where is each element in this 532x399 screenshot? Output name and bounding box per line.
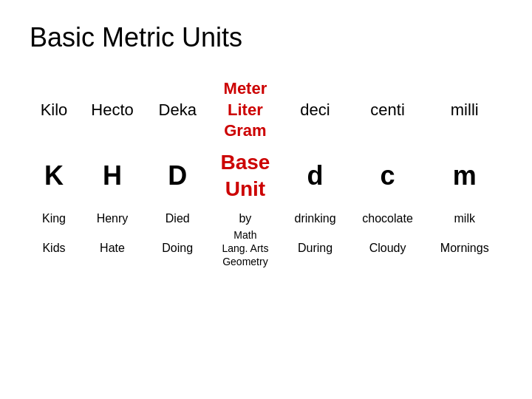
page: Basic Metric Units Kilo Hecto Deka Meter…	[0, 0, 532, 399]
base-liter: Liter	[214, 100, 276, 121]
memory2-cloudy: Cloudy	[349, 227, 427, 272]
base-gram: Gram	[214, 120, 276, 142]
base-label-line2: Unit	[225, 176, 265, 202]
abbrev-centi: c	[349, 143, 427, 209]
abbrev-d-upper: D	[146, 143, 208, 209]
abbrev-milli: m	[426, 143, 502, 209]
base-label-line1: Base	[220, 149, 270, 176]
memory2-kids: Kids	[30, 227, 78, 272]
prefix-centi: centi	[349, 75, 427, 143]
memory1-king: King	[30, 209, 78, 227]
memory1-chocolate: chocolate	[349, 209, 427, 227]
abbrev-k: K	[30, 143, 78, 209]
prefix-deka: Deka	[146, 75, 208, 143]
abbrev-h: H	[78, 143, 146, 209]
memory2-doing: Doing	[146, 227, 208, 272]
abbrev-base: Base Unit	[208, 143, 282, 209]
memory1-died: Died	[146, 209, 208, 227]
memory2-mornings: Mornings	[426, 227, 502, 272]
memory1-milk: milk	[426, 209, 502, 227]
prefix-hecto: Hecto	[78, 75, 146, 143]
memory2-hate: Hate	[78, 227, 146, 272]
page-title: Basic Metric Units	[30, 22, 502, 53]
memory1-henry: Henry	[78, 209, 146, 227]
base-meter: Meter	[214, 78, 276, 100]
prefix-milli: milli	[426, 75, 502, 143]
memory1-drinking: drinking	[282, 209, 348, 227]
memory1-by: by	[208, 209, 282, 227]
prefix-deci: deci	[282, 75, 348, 143]
memory2-math: Math Lang. Arts Geometry	[208, 227, 282, 272]
abbrev-deci: d	[282, 143, 348, 209]
prefix-base: Meter Liter Gram	[208, 75, 282, 143]
memory2-during: During	[282, 227, 348, 272]
prefix-kilo: Kilo	[30, 75, 78, 143]
